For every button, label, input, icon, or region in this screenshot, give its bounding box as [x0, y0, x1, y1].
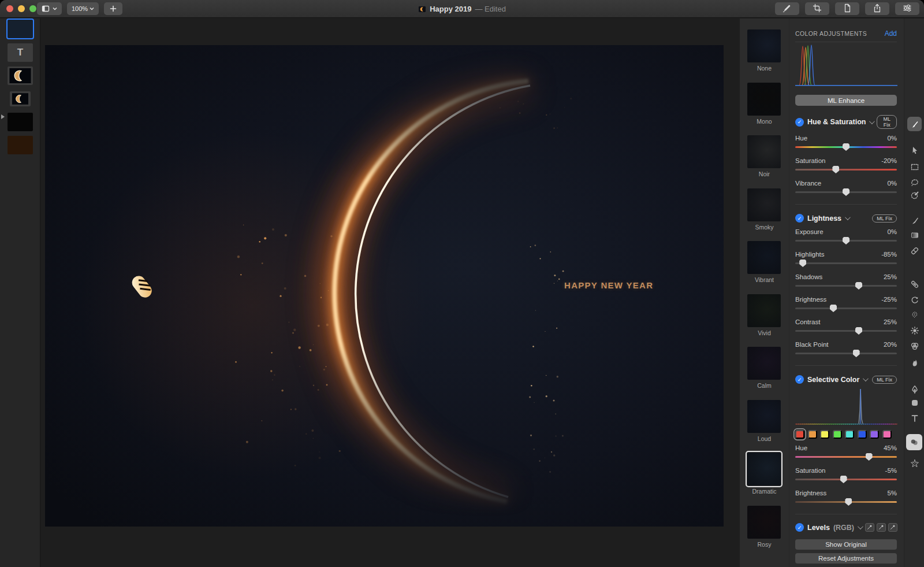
- quick-selection-tool[interactable]: [907, 188, 922, 202]
- show-original-button[interactable]: Show Original: [795, 539, 897, 550]
- checkbox-levels[interactable]: ✓: [795, 523, 804, 532]
- minimize-window-button[interactable]: [18, 5, 25, 12]
- zoom-window-button[interactable]: [29, 5, 36, 12]
- orange-swatch[interactable]: [808, 430, 817, 439]
- slider-selective_color-2[interactable]: [795, 498, 897, 506]
- crop-button[interactable]: [805, 2, 829, 15]
- disclosure-triangle-icon[interactable]: [1, 114, 5, 119]
- paint-tool[interactable]: [907, 213, 922, 228]
- chevron-down-icon[interactable]: [845, 214, 851, 220]
- cyan-swatch[interactable]: [845, 430, 854, 439]
- shape-tool[interactable]: [907, 395, 922, 410]
- happy-new-year-text[interactable]: HAPPY NEW YEAR: [564, 280, 653, 290]
- slider-selective_color-0[interactable]: [795, 453, 897, 461]
- color-adjustments-tool[interactable]: [906, 434, 922, 450]
- add-adjustment-link[interactable]: Add: [885, 29, 897, 38]
- black-point-eyedropper-button[interactable]: [865, 523, 874, 532]
- preset-none[interactable]: [747, 29, 781, 62]
- ml-fix-button[interactable]: ML Fix: [872, 214, 897, 223]
- preset-noir[interactable]: [747, 135, 781, 168]
- chevron-down-icon[interactable]: [858, 524, 863, 529]
- preset-mono[interactable]: [747, 83, 781, 116]
- red-swatch[interactable]: [795, 430, 804, 439]
- slider-lightness-5[interactable]: [795, 349, 897, 358]
- slider-thumb[interactable]: [843, 237, 850, 244]
- slider-thumb[interactable]: [799, 260, 806, 267]
- purple-swatch[interactable]: [870, 430, 879, 439]
- adjustments-button[interactable]: [895, 2, 919, 15]
- export-button[interactable]: [835, 2, 859, 15]
- chevron-down-icon[interactable]: [869, 118, 875, 124]
- slider-thumb[interactable]: [832, 166, 839, 173]
- slider-thumb[interactable]: [855, 282, 862, 290]
- crescent-sublayer[interactable]: [10, 91, 31, 106]
- add-button[interactable]: [104, 2, 122, 15]
- style-brush-tool[interactable]: [907, 117, 922, 131]
- effects-tool[interactable]: [907, 456, 922, 470]
- eyedropper-icon: [867, 523, 873, 532]
- light-tool[interactable]: [907, 323, 922, 338]
- slider-lightness-0[interactable]: [795, 236, 897, 245]
- gradient-tool[interactable]: [907, 228, 922, 242]
- checkbox-selective_color[interactable]: ✓: [795, 375, 804, 384]
- close-window-button[interactable]: [6, 5, 13, 12]
- slider-thumb[interactable]: [830, 305, 837, 312]
- yellow-swatch[interactable]: [820, 430, 829, 439]
- slider-lightness-4[interactable]: [795, 327, 897, 335]
- chevron-down-icon[interactable]: [863, 376, 869, 381]
- arrange-tool[interactable]: [907, 143, 922, 157]
- slider-lightness-1[interactable]: [795, 259, 897, 268]
- slider-lightness-2[interactable]: [795, 281, 897, 290]
- share-button[interactable]: [865, 2, 889, 15]
- crescent-layer[interactable]: [8, 66, 33, 85]
- repair-tool[interactable]: [907, 277, 922, 291]
- lasso-selection-tool[interactable]: [907, 175, 922, 189]
- green-swatch[interactable]: [833, 430, 842, 439]
- checkbox-hue_saturation[interactable]: ✓: [795, 118, 804, 127]
- annotate-button[interactable]: [775, 2, 799, 15]
- slider-thumb[interactable]: [843, 188, 850, 196]
- type-tool[interactable]: [907, 411, 922, 425]
- slider-thumb[interactable]: [845, 498, 852, 506]
- slider-hue_saturation-0[interactable]: [795, 143, 897, 151]
- slider-thumb[interactable]: [843, 143, 850, 151]
- pink-swatch[interactable]: [882, 430, 892, 439]
- preset-smoky[interactable]: [747, 188, 781, 221]
- ml-fix-button[interactable]: ML Fix: [877, 115, 897, 129]
- rect-selection-tool[interactable]: [907, 160, 922, 174]
- blue-swatch[interactable]: [858, 430, 867, 439]
- composition-layer[interactable]: [8, 20, 33, 38]
- preset-calm[interactable]: [747, 347, 781, 380]
- preset-rosy[interactable]: [747, 506, 781, 539]
- slider-thumb[interactable]: [840, 476, 847, 483]
- preset-dramatic[interactable]: [747, 453, 781, 486]
- slider-thumb[interactable]: [855, 327, 862, 335]
- eraser-tool[interactable]: [907, 243, 922, 258]
- clone-tool[interactable]: [907, 292, 922, 307]
- preset-vibrant[interactable]: [747, 241, 781, 274]
- slider-hue_saturation-1[interactable]: [795, 165, 897, 174]
- white-point-eyedropper-button[interactable]: [888, 523, 897, 532]
- checkbox-lightness[interactable]: ✓: [795, 214, 804, 223]
- slider-thumb[interactable]: [866, 453, 873, 461]
- canvas[interactable]: HAPPY NEW YEAR: [45, 45, 724, 527]
- slider-lightness-3[interactable]: [795, 304, 897, 313]
- midtone-eyedropper-button[interactable]: [877, 523, 886, 532]
- texture-tool[interactable]: [907, 307, 922, 321]
- text-layer[interactable]: T: [8, 43, 33, 62]
- warp-tool[interactable]: [907, 355, 922, 369]
- color-balance-tool[interactable]: [907, 339, 922, 353]
- black-layer[interactable]: [8, 113, 33, 131]
- brown-layer[interactable]: [8, 136, 33, 154]
- slider-hue_saturation-2[interactable]: [795, 188, 897, 197]
- preset-vivid[interactable]: [747, 294, 781, 327]
- view-options-button[interactable]: [37, 2, 62, 15]
- ml-fix-button[interactable]: ML Fix: [872, 376, 897, 384]
- slider-thumb[interactable]: [853, 350, 860, 357]
- pen-tool[interactable]: [907, 382, 922, 396]
- preset-loud[interactable]: [747, 400, 781, 433]
- zoom-level-control[interactable]: 100%: [67, 2, 99, 15]
- ml-enhance-button[interactable]: ML Enhance: [795, 95, 897, 106]
- reset-adjustments-button[interactable]: Reset Adjustments: [795, 553, 897, 564]
- slider-selective_color-1[interactable]: [795, 475, 897, 484]
